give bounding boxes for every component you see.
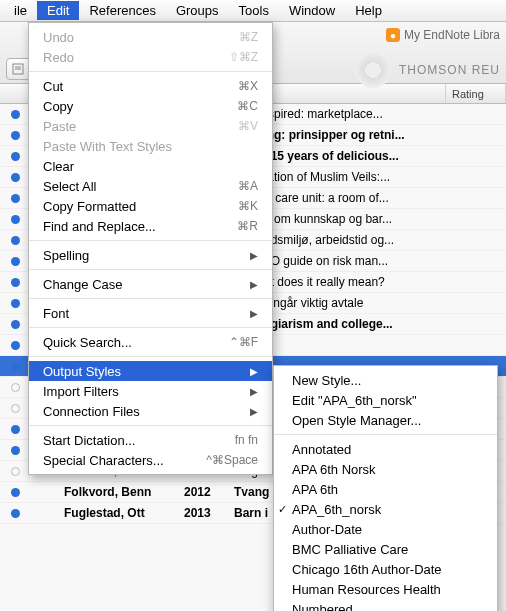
menu-tools[interactable]: Tools bbox=[229, 1, 279, 20]
menu-item-label: Copy bbox=[43, 99, 73, 114]
brand-text: THOMSON REU bbox=[399, 63, 500, 77]
menubar: ile Edit References Groups Tools Window … bbox=[0, 0, 506, 22]
unread-dot-icon bbox=[11, 173, 20, 182]
unread-dot-icon bbox=[11, 278, 20, 287]
menu-item-undo: Undo⌘Z bbox=[29, 27, 272, 47]
unread-dot-icon bbox=[11, 404, 20, 413]
submenu-arrow-icon: ▶ bbox=[250, 250, 258, 261]
menu-file[interactable]: ile bbox=[4, 1, 37, 20]
unread-dot-icon bbox=[11, 299, 20, 308]
menu-item-paste: Paste⌘V bbox=[29, 116, 272, 136]
cell-author: Fuglestad, Ott bbox=[60, 506, 180, 520]
shortcut: ⌘A bbox=[238, 179, 258, 193]
style-option[interactable]: BMC Palliative Care bbox=[274, 539, 497, 559]
menu-item-label: Paste bbox=[43, 119, 76, 134]
menu-item-find-and-replace-[interactable]: Find and Replace...⌘R bbox=[29, 216, 272, 236]
style-option[interactable]: Annotated bbox=[274, 439, 497, 459]
shortcut: ⌘C bbox=[237, 99, 258, 113]
style-label: Chicago 16th Author-Date bbox=[292, 562, 442, 577]
menu-item-clear[interactable]: Clear bbox=[29, 156, 272, 176]
submenu-item-new-style-[interactable]: New Style... bbox=[274, 370, 497, 390]
style-option[interactable]: Numbered bbox=[274, 599, 497, 611]
menu-item-label: Redo bbox=[43, 50, 74, 65]
style-option[interactable]: APA 6th bbox=[274, 479, 497, 499]
submenu-arrow-icon: ▶ bbox=[250, 386, 258, 397]
menu-item-spelling[interactable]: Spelling▶ bbox=[29, 245, 272, 265]
style-option[interactable]: Human Resources Health bbox=[274, 579, 497, 599]
edit-menu-dropdown: Undo⌘ZRedo⇧⌘ZCut⌘XCopy⌘CPaste⌘VPaste Wit… bbox=[28, 22, 273, 475]
shortcut: ⌘Z bbox=[239, 30, 258, 44]
menu-item-start-dictation-[interactable]: Start Dictation...fn fn bbox=[29, 430, 272, 450]
unread-dot-icon bbox=[11, 131, 20, 140]
library-label: ● My EndNote Libra bbox=[386, 28, 500, 42]
menu-window[interactable]: Window bbox=[279, 1, 345, 20]
shortcut: ⌃⌘F bbox=[229, 335, 258, 349]
thomson-logo-icon bbox=[355, 52, 391, 88]
menu-item-label: Cut bbox=[43, 79, 63, 94]
col-read[interactable] bbox=[0, 84, 30, 103]
unread-dot-icon bbox=[11, 383, 20, 392]
menu-item-change-case[interactable]: Change Case▶ bbox=[29, 274, 272, 294]
menu-item-label: Font bbox=[43, 306, 69, 321]
menu-item-output-styles[interactable]: Output Styles▶ bbox=[29, 361, 272, 381]
style-label: Numbered bbox=[292, 602, 353, 612]
shortcut: fn fn bbox=[235, 433, 258, 447]
submenu-item-open-style-manager-[interactable]: Open Style Manager... bbox=[274, 410, 497, 430]
style-option[interactable]: ✓APA_6th_norsk bbox=[274, 499, 497, 519]
unread-dot-icon bbox=[11, 446, 20, 455]
menu-item-label: Undo bbox=[43, 30, 74, 45]
style-option[interactable]: APA 6th Norsk bbox=[274, 459, 497, 479]
menu-item-import-filters[interactable]: Import Filters▶ bbox=[29, 381, 272, 401]
unread-dot-icon bbox=[11, 509, 20, 518]
shortcut: ⇧⌘Z bbox=[229, 50, 258, 64]
shortcut: ⌘V bbox=[238, 119, 258, 133]
menu-item-font[interactable]: Font▶ bbox=[29, 303, 272, 323]
menu-item-label: Find and Replace... bbox=[43, 219, 156, 234]
menu-item-label: Quick Search... bbox=[43, 335, 132, 350]
unread-dot-icon bbox=[11, 467, 20, 476]
document-icon bbox=[12, 63, 28, 75]
style-option[interactable]: Chicago 16th Author-Date bbox=[274, 559, 497, 579]
unread-dot-icon bbox=[11, 320, 20, 329]
menu-item-copy[interactable]: Copy⌘C bbox=[29, 96, 272, 116]
unread-dot-icon bbox=[11, 425, 20, 434]
menu-item-label: Spelling bbox=[43, 248, 89, 263]
submenu-arrow-icon: ▶ bbox=[250, 366, 258, 377]
shortcut: ⌘K bbox=[238, 199, 258, 213]
menu-item-special-characters-[interactable]: Special Characters...^⌘Space bbox=[29, 450, 272, 470]
brand-area: THOMSON REU bbox=[355, 52, 500, 88]
menu-edit[interactable]: Edit bbox=[37, 1, 79, 20]
menu-help[interactable]: Help bbox=[345, 1, 392, 20]
submenu-arrow-icon: ▶ bbox=[250, 279, 258, 290]
submenu-item-edit-apa-th-norsk-[interactable]: Edit "APA_6th_norsk" bbox=[274, 390, 497, 410]
menu-item-cut[interactable]: Cut⌘X bbox=[29, 76, 272, 96]
style-option[interactable]: Author-Date bbox=[274, 519, 497, 539]
menu-references[interactable]: References bbox=[79, 1, 165, 20]
submenu-arrow-icon: ▶ bbox=[250, 406, 258, 417]
style-label: APA 6th Norsk bbox=[292, 462, 376, 477]
checkmark-icon: ✓ bbox=[278, 503, 287, 516]
rss-icon: ● bbox=[386, 28, 400, 42]
style-label: Annotated bbox=[292, 442, 351, 457]
menu-item-redo: Redo⇧⌘Z bbox=[29, 47, 272, 67]
unread-dot-icon bbox=[11, 341, 20, 350]
unread-dot-icon bbox=[11, 215, 20, 224]
unread-dot-icon bbox=[11, 488, 20, 497]
menu-groups[interactable]: Groups bbox=[166, 1, 229, 20]
menu-item-copy-formatted[interactable]: Copy Formatted⌘K bbox=[29, 196, 272, 216]
menu-item-select-all[interactable]: Select All⌘A bbox=[29, 176, 272, 196]
unread-dot-icon bbox=[11, 152, 20, 161]
menu-item-label: Connection Files bbox=[43, 404, 140, 419]
menu-item-connection-files[interactable]: Connection Files▶ bbox=[29, 401, 272, 421]
menu-item-label: Select All bbox=[43, 179, 96, 194]
menu-item-quick-search-[interactable]: Quick Search...⌃⌘F bbox=[29, 332, 272, 352]
menu-item-label: Special Characters... bbox=[43, 453, 164, 468]
menu-item-label: Clear bbox=[43, 159, 74, 174]
menu-item-label: Output Styles bbox=[43, 364, 121, 379]
submenu-arrow-icon: ▶ bbox=[250, 308, 258, 319]
menu-item-label: Start Dictation... bbox=[43, 433, 135, 448]
library-name: My EndNote Libra bbox=[404, 28, 500, 42]
shortcut: ⌘R bbox=[237, 219, 258, 233]
shortcut: ⌘X bbox=[238, 79, 258, 93]
unread-dot-icon bbox=[11, 194, 20, 203]
